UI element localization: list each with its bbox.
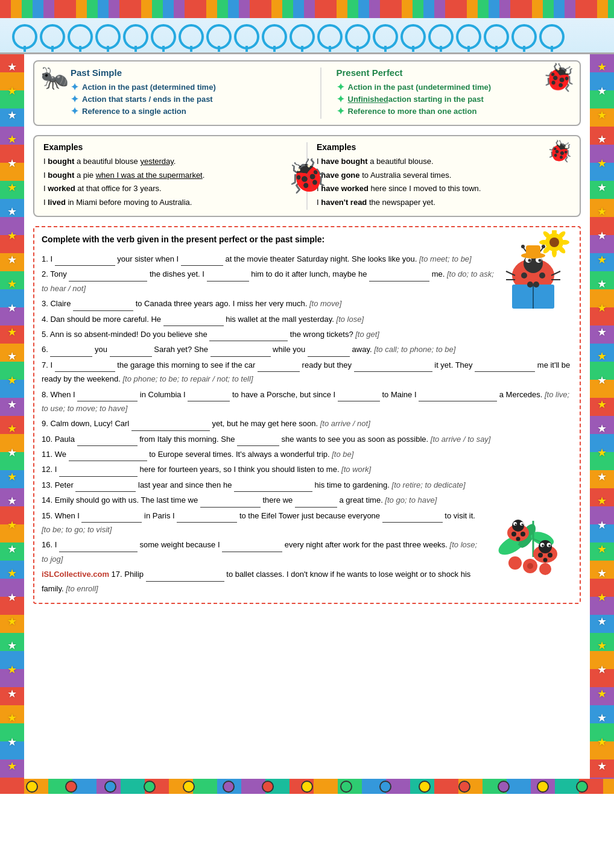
present-perfect-title: Present Perfect [337,68,571,78]
svg-point-26 [527,281,533,288]
star-left-29: ★ [7,735,17,749]
watermark-text: iSLCollective.com [42,570,109,579]
star-right-11: ★ [597,301,607,315]
blank-16b[interactable] [222,542,282,552]
blank-15c[interactable] [382,513,443,523]
pp-example-1: I have bought a beautiful blouse. [317,156,571,168]
past-simple-item-3: ✦ Reference to a single action [71,107,305,116]
blank-8b[interactable] [188,392,230,401]
star-left-10: ★ [7,277,17,291]
spiral-3 [68,24,93,49]
blank-7d[interactable] [475,362,535,372]
star-left-16: ★ [7,422,17,435]
blank-2b[interactable] [207,272,249,281]
star-right-19: ★ [597,494,607,508]
blank-10a[interactable] [77,436,138,446]
past-simple-item-2: ✦ Action that starts / ends in the past [71,95,305,104]
star-left-12: ★ [7,326,17,339]
blank-6a[interactable] [50,347,92,357]
ant-icon: 🐜 [40,64,69,91]
page-wrapper: ★ ★ ★ ★ ★ ★ ★ ★ ★ ★ ★ ★ ★ ★ ★ ★ ★ ★ ★ ★ … [0,0,614,868]
bottom-circle-4 [144,781,156,793]
star-right-29: ★ [597,735,607,749]
svg-point-55 [543,558,548,562]
star-right-1: ★ [597,60,607,74]
star-left-5: ★ [7,157,17,170]
bottom-circle-3 [104,781,116,793]
exercise-q3: 3. Claire to Canada three years ago. I m… [42,297,572,310]
exercise-q11: 11. We to Europe several times. It's alw… [42,447,572,461]
blank-13b[interactable] [234,482,312,492]
svg-point-1 [549,237,559,247]
blank-7b[interactable] [258,362,300,372]
star-right-15: ★ [597,398,607,411]
blank-6d[interactable] [308,347,350,357]
spiral-18 [484,24,509,49]
star-right-17: ★ [597,446,607,459]
bottom-circle-7 [262,781,274,793]
bullet-3: ✦ [71,107,78,116]
spiral-10 [262,24,287,49]
bullet-1: ✦ [71,83,78,92]
blank-7c[interactable] [354,362,432,372]
blank-1a[interactable] [55,256,115,266]
blank-15b[interactable] [177,513,237,523]
star-right-5: ★ [597,157,607,170]
main-content: 🐜 Past Simple ✦ Action in the past (dete… [24,54,590,779]
blank-2a[interactable] [69,272,147,281]
blank-12[interactable] [59,467,138,477]
blank-13a[interactable] [75,482,136,492]
blank-4[interactable] [163,316,224,326]
star-right-14: ★ [597,374,607,387]
blank-10b[interactable] [237,436,279,446]
pp-item-2: ✦ Unfinished action starting in the past [337,95,571,104]
exercise-q9: 9. Calm down, Lucy! Carl yet, but he may… [42,417,572,430]
blank-7a[interactable] [55,362,115,372]
blank-9[interactable] [131,421,210,431]
svg-point-39 [512,520,524,532]
svg-point-45 [521,532,525,536]
svg-point-25 [539,272,545,278]
exercise-title: Complete with the verb given in the pres… [42,233,572,246]
blank-14b[interactable] [295,498,337,508]
blank-17[interactable] [146,572,224,582]
bottom-circle-11 [419,781,431,793]
blank-6b[interactable] [110,347,152,357]
star-right-22: ★ [597,567,607,580]
blank-1b[interactable] [181,256,223,266]
star-right-12: ★ [597,326,607,339]
spiral-9 [234,24,259,49]
bottom-bar [0,779,614,794]
pp-bullet-2: ✦ [337,95,344,104]
blank-16a[interactable] [59,542,138,552]
star-left-14: ★ [7,374,17,387]
examples-section: 🐞 Examples I bought a beautiful blouse y… [33,135,581,217]
star-left-1: ★ [7,60,17,74]
star-right-9: ★ [597,253,607,266]
blank-3[interactable] [73,301,133,311]
blank-6c[interactable] [210,347,271,357]
blank-11[interactable] [69,451,147,461]
col-divider [320,68,321,119]
star-left-17: ★ [7,446,17,459]
bee-reading-icon [500,230,572,310]
spiral-5 [123,24,148,49]
star-right-10: ★ [597,277,607,291]
exercise-q13: 13. Peter last year and since then he hi… [42,478,572,492]
past-examples-col: Examples I bought a beautiful blouse yes… [43,142,297,210]
blank-8d[interactable] [419,392,497,401]
bottom-circle-15 [576,781,588,793]
blank-5[interactable] [209,332,288,341]
spiral-15 [400,24,426,49]
blank-15a[interactable] [81,513,142,523]
svg-point-43 [522,523,524,525]
star-right-21: ★ [597,542,607,556]
exercise-q5: 5. Ann is so absent-minded! Do you belie… [42,327,572,341]
spiral-2 [40,24,65,49]
blank-2c[interactable] [369,272,429,281]
blank-8a[interactable] [77,392,138,401]
blank-8c[interactable] [338,392,380,401]
spiral-11 [290,24,315,49]
blank-14a[interactable] [200,498,261,508]
star-left-4: ★ [7,133,17,146]
